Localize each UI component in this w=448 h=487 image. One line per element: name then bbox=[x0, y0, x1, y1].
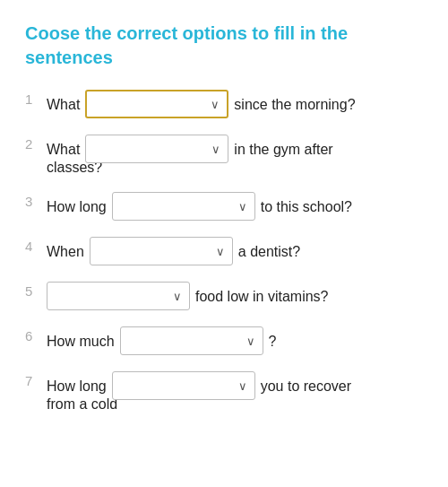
question-row-3: How long∨to this school? bbox=[47, 192, 423, 221]
question-dropdown-4[interactable]: ∨ bbox=[90, 237, 233, 265]
question-dropdown-6[interactable]: ∨ bbox=[120, 326, 263, 355]
question-number-3: 3 bbox=[25, 194, 41, 209]
page-title: Coose the correct options to fill in the… bbox=[25, 22, 423, 70]
questions-list: 1What∨since the morning?2What∨in the gym… bbox=[25, 90, 423, 413]
question-row-1: What∨since the morning? bbox=[47, 90, 423, 118]
question-number-6: 6 bbox=[25, 328, 41, 344]
question-suffix-6: ? bbox=[269, 334, 277, 350]
question-suffix-1: since the morning? bbox=[234, 97, 355, 113]
question-item-1: 1What∨since the morning? bbox=[25, 90, 423, 118]
question-dropdown-5[interactable]: ∨ bbox=[47, 282, 190, 310]
question-prefix-2: What bbox=[47, 142, 80, 158]
question-prefix-7: How long bbox=[47, 378, 107, 395]
question-number-1: 1 bbox=[25, 91, 41, 107]
question-prefix-1: What bbox=[47, 97, 80, 113]
question-number-5: 5 bbox=[25, 283, 41, 299]
question-item-2: 2What∨in the gym afterclasses? bbox=[25, 135, 423, 176]
question-item-6: 6How much∨? bbox=[25, 326, 423, 355]
question-suffix-4: a dentist? bbox=[238, 244, 300, 260]
question-suffix-5: food low in vitamins? bbox=[195, 289, 329, 305]
question-suffix-2: in the gym after bbox=[234, 142, 332, 158]
chevron-down-icon-3: ∨ bbox=[238, 200, 247, 213]
page-container: Coose the correct options to fill in the… bbox=[25, 22, 423, 413]
chevron-down-icon-4: ∨ bbox=[216, 245, 225, 258]
question-number-7: 7 bbox=[25, 373, 41, 388]
question-dropdown-3[interactable]: ∨ bbox=[112, 192, 255, 221]
question-number-4: 4 bbox=[25, 239, 41, 254]
question-row-6: How much∨? bbox=[47, 326, 423, 355]
question-suffix-3: to this school? bbox=[261, 199, 352, 215]
question-row-4: When∨a dentist? bbox=[47, 237, 423, 265]
question-item-5: 5∨food low in vitamins? bbox=[25, 282, 423, 310]
question-prefix-4: When bbox=[47, 244, 84, 260]
chevron-down-icon-7: ∨ bbox=[238, 379, 247, 393]
question-prefix-3: How long bbox=[47, 199, 107, 215]
question-item-7: 7How long∨you to recoverfrom a cold bbox=[25, 371, 423, 413]
chevron-down-icon-5: ∨ bbox=[173, 290, 182, 303]
chevron-down-icon-6: ∨ bbox=[246, 335, 255, 348]
chevron-down-icon-1: ∨ bbox=[211, 98, 220, 111]
question-item-4: 4When∨a dentist? bbox=[25, 237, 423, 265]
question-dropdown-1[interactable]: ∨ bbox=[85, 90, 228, 118]
chevron-down-icon-2: ∨ bbox=[211, 143, 220, 156]
question-number-2: 2 bbox=[25, 136, 41, 152]
question-prefix-6: How much bbox=[47, 334, 115, 350]
question-suffix-7: you to recover bbox=[261, 378, 351, 395]
question-row-5: ∨food low in vitamins? bbox=[47, 282, 423, 310]
question-dropdown-7[interactable]: ∨ bbox=[112, 371, 255, 400]
question-item-3: 3How long∨to this school? bbox=[25, 192, 423, 221]
question-dropdown-2[interactable]: ∨ bbox=[85, 135, 228, 163]
